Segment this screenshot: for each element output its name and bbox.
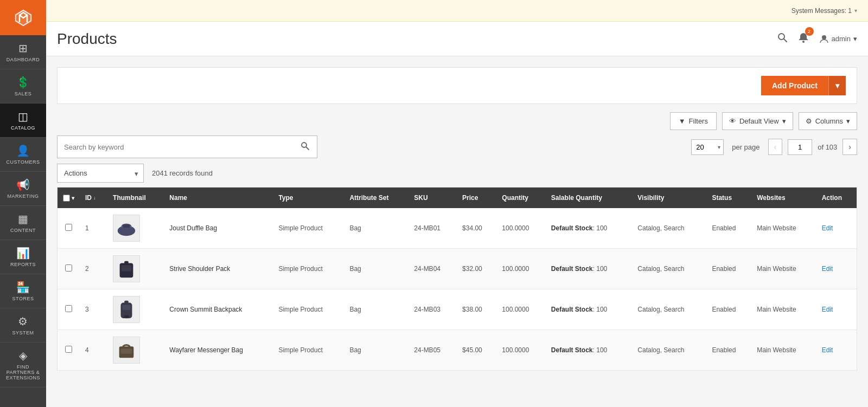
- row-status: Enabled: [706, 330, 751, 371]
- next-page-button[interactable]: ›: [843, 139, 857, 155]
- sidebar-item-dashboard[interactable]: ⊞ DASHBOARD: [0, 35, 46, 69]
- col-id[interactable]: ID ↓: [80, 188, 107, 209]
- sidebar: ⊞ DASHBOARD 💲 SALES ◫ CATALOG 👤 CUSTOMER…: [0, 0, 46, 407]
- product-thumbnail: [113, 255, 140, 282]
- sidebar-item-marketing[interactable]: 📢 MARKETING: [0, 172, 46, 206]
- row-websites: Main Website: [751, 208, 816, 249]
- col-salable-qty[interactable]: Salable Quantity: [546, 188, 632, 209]
- system-messages[interactable]: System Messages: 1 ▾: [792, 7, 857, 15]
- row-checkbox[interactable]: [65, 264, 72, 272]
- edit-link[interactable]: Edit: [822, 306, 833, 313]
- svg-point-15: [124, 315, 129, 318]
- sidebar-item-content[interactable]: ▦ CONTENT: [0, 206, 46, 240]
- sidebar-item-partners[interactable]: ◈ FIND PARTNERS & EXTENSIONS: [0, 343, 46, 387]
- toolbar: ▼ Filters 👁 Default View ▾ ⚙ Columns ▾: [57, 112, 857, 130]
- product-thumbnail: [113, 296, 140, 323]
- per-page-label: per page: [732, 143, 760, 151]
- row-visibility: Catalog, Search: [632, 249, 706, 289]
- marketing-icon: 📢: [16, 178, 30, 191]
- row-quantity: 100.0000: [496, 249, 546, 289]
- col-attribute-set[interactable]: Attribute Set: [344, 188, 409, 209]
- add-product-button[interactable]: Add Product ▾: [761, 76, 846, 95]
- columns-dropdown-icon: ▾: [846, 117, 850, 125]
- system-icon: ⚙: [18, 315, 28, 328]
- dashboard-icon: ⊞: [18, 42, 28, 55]
- svg-point-2: [802, 41, 805, 43]
- svg-rect-11: [122, 265, 132, 271]
- default-view-label: Default View: [739, 117, 779, 125]
- table-row: 2 Strive Shoulder Pack Simple Product Ba…: [58, 249, 857, 289]
- row-name: Strive Shoulder Pack: [164, 249, 273, 289]
- per-page-select[interactable]: 20: [691, 139, 724, 155]
- svg-rect-8: [120, 228, 133, 233]
- catalog-icon: ◫: [18, 110, 29, 123]
- svg-rect-9: [123, 224, 130, 228]
- row-checkbox[interactable]: [65, 305, 72, 312]
- svg-rect-12: [124, 261, 129, 266]
- select-all-checkbox[interactable]: [63, 195, 70, 202]
- row-attribute-set: Bag: [344, 208, 409, 249]
- col-websites[interactable]: Websites: [751, 188, 816, 209]
- sidebar-item-customers[interactable]: 👤 CUSTOMERS: [0, 138, 46, 172]
- svg-line-5: [306, 147, 309, 150]
- col-price[interactable]: Price: [457, 188, 496, 209]
- actions-row: Actions Delete Change Status Update Attr…: [57, 164, 857, 183]
- content-icon: ▦: [18, 212, 29, 225]
- sidebar-item-system[interactable]: ⚙ SYSTEM: [0, 308, 46, 343]
- row-sku: 24-MB01: [409, 208, 457, 249]
- row-salable-qty: Default Stock: 100: [546, 208, 632, 249]
- add-product-dropdown-icon[interactable]: ▾: [828, 76, 846, 95]
- search-input[interactable]: [58, 138, 293, 157]
- svg-point-3: [822, 35, 826, 40]
- svg-rect-14: [122, 305, 130, 310]
- current-page-input[interactable]: [788, 139, 812, 155]
- default-view-button[interactable]: 👁 Default View ▾: [722, 112, 793, 130]
- filters-button[interactable]: ▼ Filters: [670, 112, 717, 130]
- sort-icon: ↓: [93, 195, 96, 201]
- product-thumbnail: [113, 215, 140, 242]
- search-button[interactable]: [293, 136, 317, 158]
- filter-icon: ▼: [679, 117, 686, 125]
- row-action: Edit: [816, 330, 857, 371]
- customers-icon: 👤: [16, 144, 30, 157]
- total-pages: of 103: [818, 143, 837, 151]
- col-visibility[interactable]: Visibility: [632, 188, 706, 209]
- sidebar-item-sales[interactable]: 💲 SALES: [0, 69, 46, 104]
- sidebar-item-label: SYSTEM: [12, 330, 34, 335]
- table-body: 1 Joust Duffle Bag Simple Product Bag 24…: [58, 208, 857, 371]
- sidebar-item-catalog[interactable]: ◫ CATALOG: [0, 104, 46, 138]
- row-checkbox[interactable]: [65, 346, 72, 353]
- row-checkbox-cell: [58, 289, 80, 330]
- edit-link[interactable]: Edit: [822, 346, 833, 354]
- sidebar-item-label: CUSTOMERS: [7, 159, 40, 165]
- actions-select[interactable]: Actions Delete Change Status Update Attr…: [57, 164, 144, 183]
- sidebar-item-reports[interactable]: 📊 REPORTS: [0, 240, 46, 274]
- reports-icon: 📊: [16, 247, 30, 260]
- row-sku: 24-MB04: [409, 249, 457, 289]
- col-name[interactable]: Name: [164, 188, 273, 209]
- col-status[interactable]: Status: [706, 188, 751, 209]
- col-quantity[interactable]: Quantity: [496, 188, 546, 209]
- prev-page-button[interactable]: ‹: [768, 139, 783, 155]
- svg-rect-18: [121, 348, 132, 354]
- notifications-icon[interactable]: 2: [796, 30, 811, 48]
- sidebar-item-stores[interactable]: 🏪 STORES: [0, 274, 46, 308]
- checkbox-dropdown-icon[interactable]: ▾: [72, 195, 74, 201]
- col-type[interactable]: Type: [273, 188, 344, 209]
- partners-icon: ◈: [19, 349, 28, 362]
- row-id: 2: [80, 249, 107, 289]
- row-websites: Main Website: [751, 249, 816, 289]
- sidebar-item-label: CONTENT: [10, 228, 36, 233]
- edit-link[interactable]: Edit: [822, 224, 833, 232]
- svg-rect-16: [124, 301, 129, 304]
- search-icon-btn[interactable]: [777, 32, 788, 46]
- table-row: 3 Crown Summit Backpack Simple Product B…: [58, 289, 857, 330]
- row-sku: 24-MB05: [409, 330, 457, 371]
- row-checkbox[interactable]: [65, 224, 72, 231]
- edit-link[interactable]: Edit: [822, 265, 833, 273]
- col-sku[interactable]: SKU: [409, 188, 457, 209]
- admin-user-menu[interactable]: admin ▾: [819, 34, 857, 44]
- sidebar-item-label: MARKETING: [7, 193, 39, 199]
- columns-button[interactable]: ⚙ Columns ▾: [799, 112, 857, 130]
- row-name: Joust Duffle Bag: [164, 208, 273, 249]
